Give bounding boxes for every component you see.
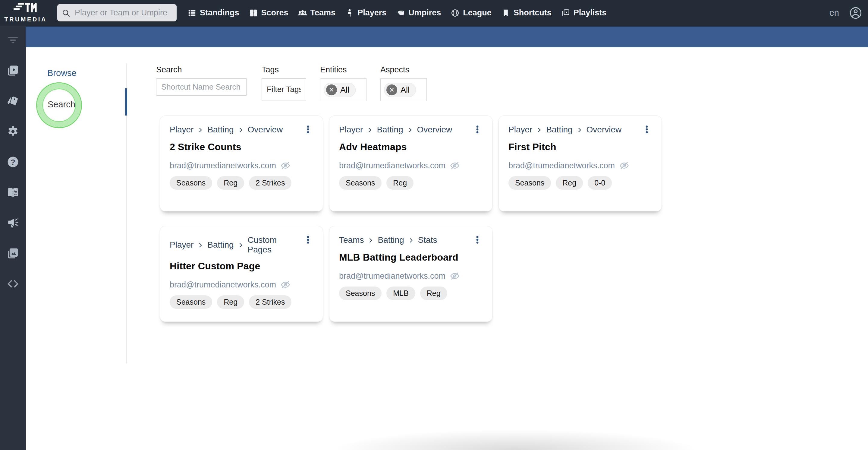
sidebar-item-help[interactable]: ? <box>0 155 26 169</box>
breadcrumb-item[interactable]: Batting <box>207 240 234 250</box>
card-header: PlayerBattingOverview <box>508 125 652 136</box>
card-tags: SeasonsReg2 Strikes <box>170 176 313 190</box>
code-icon <box>6 277 20 291</box>
trumedia-logo-text: TRUMEDIA <box>4 16 47 23</box>
entities-select[interactable]: All <box>320 79 367 101</box>
search-icon <box>61 8 70 18</box>
shortcut-card[interactable]: PlayerBattingOverview 2 Strike Counts br… <box>160 116 323 211</box>
card-menu-button[interactable] <box>303 124 313 136</box>
chevron-right-icon <box>536 127 542 133</box>
nav-item-playlists[interactable]: Playlists <box>561 8 607 18</box>
remove-filter-icon[interactable] <box>386 85 397 95</box>
card-menu-button[interactable] <box>472 124 483 136</box>
nav-item-shortcuts[interactable]: Shortcuts <box>501 8 552 18</box>
aspects-chip-label: All <box>401 85 410 95</box>
sidebar-item-code[interactable] <box>0 277 26 291</box>
sidebar-item-video-playlist[interactable] <box>0 64 26 77</box>
sidebar-item-filter[interactable] <box>0 33 26 47</box>
sidebar-rail: ? <box>0 26 26 450</box>
card-title: First Pitch <box>508 142 652 153</box>
card-menu-button[interactable] <box>642 124 652 136</box>
breadcrumb-item[interactable]: Batting <box>207 125 234 134</box>
remove-filter-icon[interactable] <box>326 85 337 95</box>
shortcut-name-search-input[interactable] <box>156 79 247 96</box>
breadcrumb: PlayerBattingOverview <box>508 125 621 134</box>
nav-item-label: Players <box>358 8 386 18</box>
card-menu-button[interactable] <box>472 235 483 246</box>
standings-icon <box>187 8 196 18</box>
eye-slash-icon <box>280 160 290 171</box>
breadcrumb-item[interactable]: Overview <box>587 125 622 134</box>
nav-item-league[interactable]: League <box>451 8 492 18</box>
kebab-menu-icon <box>642 124 652 134</box>
nav-item-umpires[interactable]: Umpires <box>396 8 441 18</box>
card-owner: brad@trumedianetworks.com <box>508 161 615 171</box>
tags-icon <box>6 94 20 108</box>
nav-item-teams[interactable]: Teams <box>298 8 336 18</box>
kebab-menu-icon <box>472 235 483 245</box>
tag-pill: Reg <box>386 176 413 190</box>
tag-pill: Seasons <box>170 295 212 309</box>
nav-item-label: Shortcuts <box>514 8 552 18</box>
nav-item-players[interactable]: Players <box>345 8 386 18</box>
trumedia-logo[interactable]: TRUMEDIA <box>0 0 51 26</box>
card-menu-button[interactable] <box>303 235 313 246</box>
filter-group-search: Search <box>156 65 247 96</box>
nav-item-standings[interactable]: Standings <box>187 8 239 18</box>
nav-item-scores[interactable]: Scores <box>249 8 288 18</box>
breadcrumb-item[interactable]: Custom Pages <box>248 235 303 254</box>
breadcrumb-item[interactable]: Teams <box>339 235 364 245</box>
card-tags: SeasonsReg <box>339 176 483 190</box>
breadcrumb-item[interactable]: Player <box>508 125 532 134</box>
breadcrumb-item[interactable]: Player <box>339 125 363 134</box>
search-filter-label: Search <box>156 65 247 74</box>
breadcrumb-item[interactable]: Batting <box>378 235 404 245</box>
sidebar-item-tags[interactable] <box>0 94 26 108</box>
shortcut-card[interactable]: PlayerBattingOverview First Pitch brad@t… <box>498 116 662 211</box>
chevron-right-icon <box>238 127 244 133</box>
card-tags: SeasonsReg0-0 <box>508 176 652 190</box>
aspects-select[interactable]: All <box>380 79 427 101</box>
shortcuts-icon <box>501 8 510 18</box>
nav-item-label: Teams <box>310 8 336 18</box>
sidebar-item-book[interactable] <box>0 186 26 199</box>
tags-filter-label: Tags <box>261 65 306 74</box>
global-search-input[interactable] <box>74 8 173 18</box>
filter-tags-input[interactable] <box>261 79 306 100</box>
trumedia-logo-icon <box>11 3 40 15</box>
nav-item-label: League <box>463 8 492 18</box>
search-nav-item[interactable]: Search <box>48 99 75 110</box>
svg-text:?: ? <box>10 158 15 166</box>
kebab-menu-icon <box>472 124 483 134</box>
card-tags: SeasonsMLBReg <box>339 287 483 300</box>
breadcrumb-item[interactable]: Batting <box>546 125 572 134</box>
tag-pill: 2 Strikes <box>249 176 291 190</box>
breadcrumb-item[interactable]: Player <box>170 240 193 250</box>
breadcrumb-item[interactable]: Overview <box>417 125 453 134</box>
card-title: Adv Heatmaps <box>339 142 483 153</box>
locale-switcher[interactable]: en <box>830 8 839 18</box>
shortcut-card[interactable]: TeamsBattingStats MLB Batting Leaderboar… <box>329 226 493 322</box>
shortcut-card[interactable]: PlayerBattingCustom Pages Hitter Custom … <box>160 226 323 322</box>
account-icon[interactable] <box>849 6 863 20</box>
browse-link[interactable]: Browse <box>47 68 76 78</box>
tag-pill: Seasons <box>339 287 381 300</box>
breadcrumb-item[interactable]: Batting <box>377 125 403 134</box>
tag-pill: Reg <box>420 287 447 300</box>
eye-slash-icon <box>280 279 290 290</box>
card-owner-row: brad@trumedianetworks.com <box>170 160 313 171</box>
global-search[interactable] <box>57 4 177 22</box>
breadcrumb-item[interactable]: Stats <box>418 235 437 245</box>
shortcut-card[interactable]: PlayerBattingOverview Adv Heatmaps brad@… <box>329 116 493 211</box>
sidebar-item-gear[interactable] <box>0 125 26 138</box>
chevron-right-icon <box>407 127 413 133</box>
breadcrumb-item[interactable]: Overview <box>248 125 283 134</box>
sidebar-item-megaphone[interactable] <box>0 216 26 230</box>
eye-slash-icon <box>450 160 460 171</box>
help-icon: ? <box>6 155 20 169</box>
chevron-right-icon <box>367 237 374 244</box>
eye-slash-icon <box>619 160 629 171</box>
tag-pill: Seasons <box>339 176 381 190</box>
sidebar-item-images[interactable] <box>0 247 26 260</box>
breadcrumb-item[interactable]: Player <box>170 125 193 134</box>
